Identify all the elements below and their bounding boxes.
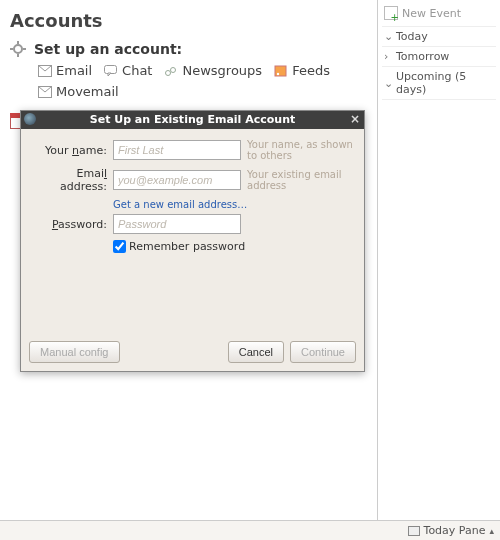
svg-marker-7 xyxy=(108,73,111,76)
remember-password-label[interactable]: Remember password xyxy=(129,240,245,253)
name-label: Your name: xyxy=(29,144,107,157)
account-type-label: Movemail xyxy=(56,84,119,99)
svg-point-11 xyxy=(277,72,279,74)
get-new-email-link[interactable]: Get a new email address… xyxy=(113,199,247,210)
sidebar-section-label: Upcoming (5 days) xyxy=(396,70,494,96)
account-type-label: Email xyxy=(56,63,92,78)
account-type-label: Feeds xyxy=(292,63,330,78)
sidebar-section-tomorrow[interactable]: › Tomorrow xyxy=(382,47,496,67)
setup-account-row: Set up an account: xyxy=(10,41,367,57)
password-label: Password: xyxy=(29,218,107,231)
account-type-feeds[interactable]: Feeds xyxy=(274,63,330,78)
chevron-down-icon: ⌄ xyxy=(384,30,392,43)
password-input[interactable] xyxy=(113,214,241,234)
name-row: Your name: Your name, as shown to others xyxy=(29,139,356,161)
get-new-email-row: Get a new email address… xyxy=(113,199,356,210)
email-row: Email address: Your existing email addre… xyxy=(29,167,356,193)
svg-rect-10 xyxy=(275,66,286,76)
newsgroups-icon xyxy=(164,65,178,77)
events-sidebar: New Event ⌄ Today › Tomorrow ⌄ Upcoming … xyxy=(378,0,500,520)
setup-account-label: Set up an account: xyxy=(34,41,182,57)
today-pane-label[interactable]: Today Pane xyxy=(424,524,486,537)
cancel-button[interactable]: Cancel xyxy=(228,341,284,363)
email-label: Email address: xyxy=(29,167,107,193)
continue-button[interactable]: Continue xyxy=(290,341,356,363)
dialog-title-text: Set Up an Existing Email Account xyxy=(90,113,295,126)
status-bar: Today Pane ▴ xyxy=(0,520,500,540)
accounts-heading: Accounts xyxy=(10,10,367,31)
remember-password-row: Remember password xyxy=(113,240,356,253)
sidebar-section-label: Tomorrow xyxy=(396,50,449,63)
envelope-icon xyxy=(38,86,52,98)
email-setup-dialog: Set Up an Existing Email Account × Your … xyxy=(20,110,365,372)
new-event-button[interactable]: New Event xyxy=(382,4,496,27)
account-type-row-1: Email Chat Newsgroups Feeds xyxy=(38,63,367,78)
dropdown-triangle-icon[interactable]: ▴ xyxy=(489,526,494,536)
account-type-row-2: Movemail xyxy=(38,84,367,99)
chevron-down-icon: ⌄ xyxy=(384,77,392,90)
account-type-label: Chat xyxy=(122,63,152,78)
password-row: Password: xyxy=(29,214,356,234)
svg-rect-6 xyxy=(105,65,117,73)
dialog-titlebar[interactable]: Set Up an Existing Email Account × xyxy=(21,111,364,129)
name-input[interactable] xyxy=(113,140,241,160)
svg-point-0 xyxy=(14,45,22,53)
close-icon[interactable]: × xyxy=(350,112,360,126)
rss-feed-icon xyxy=(274,65,288,77)
dialog-button-bar: Manual config Cancel Continue xyxy=(21,333,364,371)
app-icon xyxy=(24,113,36,125)
account-type-label: Newsgroups xyxy=(182,63,262,78)
svg-point-9 xyxy=(171,67,176,72)
email-hint: Your existing email address xyxy=(247,169,356,191)
chevron-right-icon: › xyxy=(384,50,392,63)
account-type-chat[interactable]: Chat xyxy=(104,63,152,78)
email-input[interactable] xyxy=(113,170,241,190)
dialog-body: Your name: Your name, as shown to others… xyxy=(21,129,364,333)
button-spacer xyxy=(126,341,222,363)
account-type-newsgroups[interactable]: Newsgroups xyxy=(164,63,262,78)
envelope-icon xyxy=(38,65,52,77)
name-hint: Your name, as shown to others xyxy=(247,139,356,161)
new-event-icon xyxy=(384,6,398,20)
remember-password-checkbox[interactable] xyxy=(113,240,126,253)
chat-bubble-icon xyxy=(104,65,118,77)
svg-point-8 xyxy=(166,70,171,75)
sidebar-section-today[interactable]: ⌄ Today xyxy=(382,27,496,47)
new-event-label: New Event xyxy=(402,7,461,20)
account-type-movemail[interactable]: Movemail xyxy=(38,84,119,99)
sidebar-section-label: Today xyxy=(396,30,428,43)
gear-icon xyxy=(10,41,26,57)
today-pane-icon[interactable] xyxy=(408,526,420,536)
manual-config-button[interactable]: Manual config xyxy=(29,341,120,363)
sidebar-section-upcoming[interactable]: ⌄ Upcoming (5 days) xyxy=(382,67,496,100)
account-type-email[interactable]: Email xyxy=(38,63,92,78)
